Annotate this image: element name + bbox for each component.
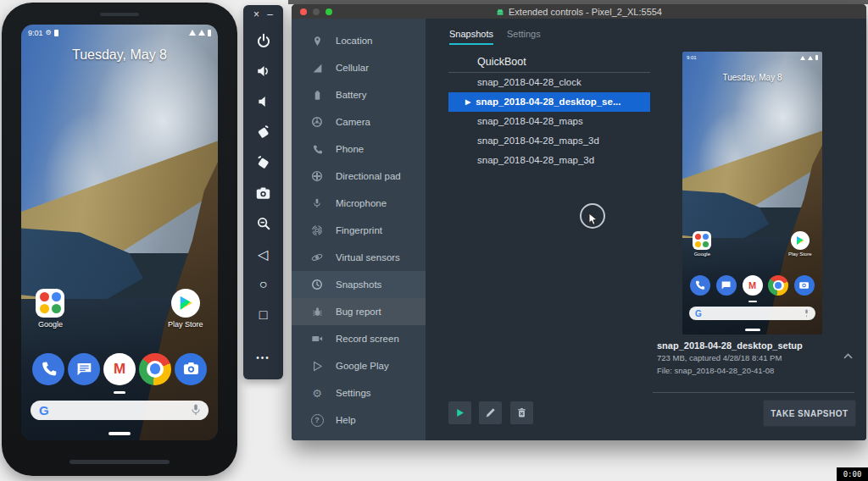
sidebar-item-label: Battery	[336, 90, 366, 100]
home-date: Tuesday, May 8	[21, 47, 218, 63]
volume-up-button[interactable]	[251, 62, 276, 80]
phone-handset-icon	[310, 142, 324, 156]
home-button[interactable]: ○	[251, 275, 276, 294]
gear-status-icon: ⚙	[46, 29, 52, 36]
virtual-sensors-icon	[310, 251, 324, 264]
snapshot-meta: 723 MB, captured 4/28/18 8:41 PM	[657, 352, 835, 363]
snapshot-name: snap_2018-04-28_desktop_setup	[657, 340, 835, 351]
more-button[interactable]: •••	[251, 348, 276, 367]
sidebar-item-snapshots[interactable]: Snapshots	[292, 271, 426, 298]
sidebar-item-label: Settings	[336, 388, 371, 398]
mouse-cursor	[588, 213, 599, 226]
desktop: 9:01 ⚙ Tuesday, May 8 Google	[0, 0, 868, 481]
google-play-icon	[310, 359, 324, 373]
pencil-icon	[485, 407, 496, 418]
home-pill[interactable]	[108, 432, 131, 435]
camera-app-icon	[794, 275, 815, 296]
sidebar-item-help[interactable]: ? Help	[292, 406, 426, 434]
volume-down-icon	[256, 94, 271, 109]
tab-settings[interactable]: Settings	[507, 29, 541, 45]
google-folder-icon	[36, 289, 64, 318]
messages-app-icon[interactable]	[68, 353, 100, 385]
wifi-icon	[189, 30, 196, 36]
sidebar-item-virtual-sensors[interactable]: Virtual sensors	[292, 244, 426, 271]
delete-snapshot-button[interactable]	[510, 401, 533, 424]
play-store-app[interactable]: Play Store	[168, 289, 203, 329]
overview-button[interactable]: □	[251, 306, 276, 324]
toolbar-minimize-button[interactable]: –	[267, 9, 273, 19]
play-store-icon	[171, 289, 200, 318]
zoom-out-icon	[256, 216, 271, 231]
snapshot-list-header[interactable]: QuickBoot	[448, 53, 650, 71]
status-bar: 9:01 ⚙	[21, 25, 218, 39]
bottom-speaker	[70, 460, 170, 464]
phone-app-icon	[690, 275, 710, 296]
take-snapshot-button[interactable]: TAKE SNAPSHOT	[763, 400, 856, 427]
snapshot-row[interactable]: snap_2018-04-28_maps	[448, 112, 650, 131]
battery-icon	[310, 88, 324, 102]
tab-bar: Snapshots Settings	[449, 29, 541, 45]
mic-icon[interactable]	[192, 404, 200, 416]
power-button[interactable]	[251, 31, 276, 50]
sidebar-item-camera[interactable]: Camera	[292, 108, 426, 135]
sidebar-item-label: Snapshots	[336, 279, 381, 290]
toolbar-close-button[interactable]: ×	[253, 9, 259, 19]
chevron-up-icon	[843, 353, 853, 359]
gmail-app-icon[interactable]: M	[103, 353, 136, 385]
android-icon	[496, 8, 504, 16]
status-clock: 9:01	[28, 29, 43, 37]
screenshot-button[interactable]	[251, 184, 276, 202]
sidebar-item-battery[interactable]: Battery	[292, 81, 426, 108]
phone-screen[interactable]: 9:01 ⚙ Tuesday, May 8 Google	[21, 25, 218, 440]
sidebar-item-record-screen[interactable]: Record screen	[292, 325, 426, 352]
snapshot-row-selected[interactable]: ▶snap_2018-04-28_desktop_se...	[448, 92, 650, 112]
sidebar-item-settings[interactable]: ⚙ Settings	[292, 379, 426, 406]
back-button[interactable]: ◁	[251, 245, 276, 263]
page-indicator	[114, 391, 125, 394]
tab-snapshots[interactable]: Snapshots	[449, 29, 493, 45]
collapse-details-chevron[interactable]	[843, 347, 853, 362]
camera-icon	[255, 185, 271, 202]
google-folder[interactable]: Google	[36, 289, 64, 329]
video-camera-icon	[310, 332, 324, 346]
snapshot-row[interactable]: snap_2018-04-28_clock	[448, 73, 650, 92]
location-pin-icon	[310, 34, 324, 47]
sidebar-item-fingerprint[interactable]: Fingerprint	[292, 217, 426, 244]
rotate-left-button[interactable]	[251, 123, 276, 141]
snapshot-row[interactable]: snap_2018-04-28_map_3d	[448, 151, 650, 170]
battery-icon	[208, 30, 211, 36]
dpad-icon	[310, 169, 324, 183]
sidebar-item-microphone[interactable]: Microphone	[292, 190, 426, 217]
search-bar[interactable]: G	[31, 401, 209, 420]
sidebar-item-bug-report[interactable]: Bug report	[292, 298, 426, 325]
phone-app-icon[interactable]	[32, 353, 64, 385]
chrome-app-icon[interactable]	[139, 353, 171, 385]
help-circle-icon: ?	[310, 413, 324, 427]
sidebar-item-cellular[interactable]: Cellular	[292, 54, 426, 81]
sidebar-item-phone[interactable]: Phone	[292, 135, 426, 163]
dock: M	[21, 353, 218, 385]
messages-app-icon	[716, 275, 737, 296]
preview-google-folder: Google	[693, 231, 711, 257]
volume-down-button[interactable]	[251, 92, 276, 111]
rotate-right-button[interactable]	[251, 153, 276, 172]
window-title: Extended controls - Pixel_2_XL:5554	[509, 7, 662, 17]
preview-clock: 9:01	[687, 55, 697, 60]
sidebar-item-label: Phone	[336, 144, 364, 154]
edit-snapshot-button[interactable]	[479, 401, 502, 424]
microphone-icon	[310, 196, 324, 210]
zoom-button[interactable]	[251, 214, 276, 233]
signal-icon	[808, 56, 813, 60]
camera-aperture-icon	[310, 115, 324, 129]
sidebar-item-location[interactable]: Location	[292, 27, 426, 54]
snapshot-list: QuickBoot snap_2018-04-28_clock ▶snap_20…	[448, 53, 650, 170]
sidebar-item-directional-pad[interactable]: Directional pad	[292, 163, 426, 190]
sidebar-item-label: Cellular	[336, 63, 369, 73]
sd-card-icon	[54, 30, 58, 36]
load-snapshot-button[interactable]	[448, 401, 471, 424]
rotate-left-icon	[255, 124, 271, 141]
sidebar-item-google-play[interactable]: Google Play	[292, 352, 426, 379]
camera-app-icon[interactable]	[175, 353, 207, 385]
google-g-logo: G	[39, 403, 49, 417]
snapshot-row[interactable]: snap_2018-04-28_maps_3d	[448, 131, 650, 151]
